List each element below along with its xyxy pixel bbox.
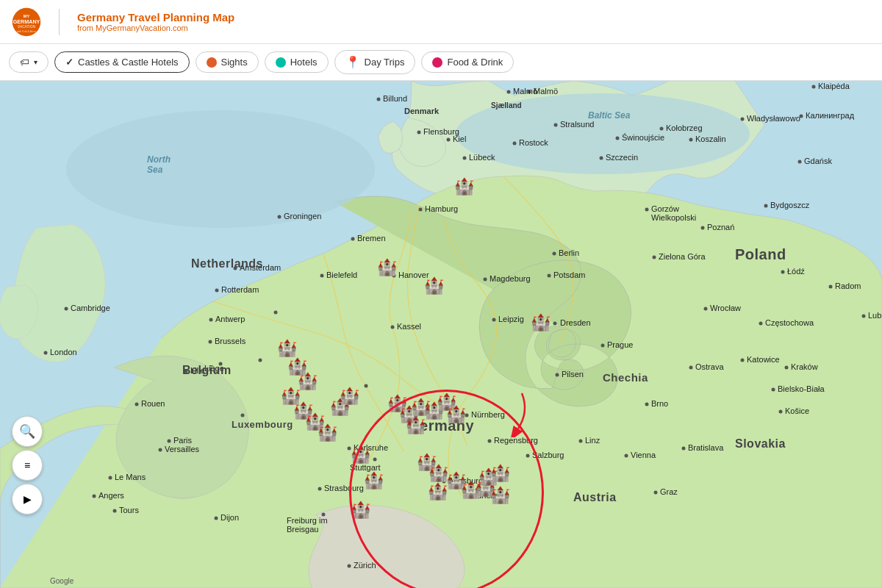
city-dot-freiburg bbox=[322, 513, 326, 517]
city-dot-salzburg bbox=[526, 454, 530, 458]
castle-marker-24[interactable]: 🏰 bbox=[429, 464, 448, 483]
castle-marker-31[interactable]: 🏰 bbox=[490, 464, 510, 483]
hotels-dot-icon bbox=[276, 57, 286, 68]
filter-castles-button[interactable]: ✓ Castles & Castle Hotels bbox=[54, 51, 190, 73]
logo-area: MY GERMANY VACATION with Erik & Arion Ge… bbox=[12, 7, 234, 37]
city-dot-liege bbox=[219, 362, 223, 366]
city-dot-lille bbox=[184, 370, 188, 373]
city-dot-lodz bbox=[781, 270, 785, 274]
city-dot-regensburg bbox=[488, 440, 492, 443]
city-dot-czestochowa bbox=[759, 322, 763, 326]
navigate-control-button[interactable]: ▶ bbox=[12, 484, 43, 514]
city-dot-Bremen bbox=[351, 237, 355, 241]
city-dot-pilsen bbox=[556, 373, 559, 377]
filter-sights-button[interactable]: Sights bbox=[196, 51, 259, 73]
city-dot-kolobrzeg bbox=[660, 127, 664, 131]
header: MY GERMANY VACATION with Erik & Arion Ge… bbox=[0, 0, 882, 44]
city-dot-radom bbox=[829, 285, 833, 289]
castle-marker-4[interactable]: 🏰 bbox=[277, 339, 297, 358]
city-dot-hamburg bbox=[419, 208, 423, 212]
castle-marker-12[interactable]: 🏰 bbox=[340, 387, 359, 406]
svg-text:GERMANY: GERMANY bbox=[13, 18, 40, 24]
city-dot-leipzig bbox=[492, 318, 496, 322]
city-dot-frankfurt bbox=[365, 384, 368, 388]
castle-marker-20[interactable]: 🏰 bbox=[351, 445, 370, 465]
sights-label: Sights bbox=[221, 57, 248, 68]
castles-label: Castles & Castle Hotels bbox=[78, 57, 179, 68]
map-subtitle: from MyGermanyVacation.com bbox=[77, 24, 234, 32]
hotels-label: Hotels bbox=[290, 57, 318, 68]
city-dot-swinoujscie bbox=[616, 137, 620, 140]
layers-control-button[interactable]: ≡ bbox=[12, 450, 43, 481]
city-dot-stralsund bbox=[554, 123, 558, 127]
city-dot-rostock bbox=[513, 142, 517, 146]
svg-point-6 bbox=[456, 93, 750, 174]
castle-marker-32[interactable]: 🏰 bbox=[531, 313, 551, 332]
search-control-button[interactable]: 🔍 bbox=[12, 416, 43, 447]
city-dot-cambridge bbox=[65, 307, 68, 311]
castle-marker-10[interactable]: 🏰 bbox=[318, 423, 337, 442]
filter-tag-button[interactable]: 🏷 ▾ bbox=[9, 51, 49, 73]
castle-marker-19[interactable]: 🏰 bbox=[446, 405, 466, 424]
city-dot-dijon bbox=[215, 517, 218, 520]
city-dot-brno bbox=[645, 403, 649, 406]
city-dot-linz bbox=[579, 440, 583, 443]
city-dot-billund bbox=[377, 98, 381, 101]
title-area: Germany Travel Planning Map from MyGerma… bbox=[77, 11, 234, 32]
city-dot-malmo2 bbox=[507, 90, 511, 94]
castle-marker-26[interactable]: 🏰 bbox=[428, 482, 448, 501]
castle-marker-1[interactable]: 🏰 bbox=[454, 177, 474, 196]
castle-marker-22[interactable]: 🏰 bbox=[351, 501, 370, 520]
city-dot-krakow bbox=[785, 366, 789, 370]
city-dot-szczecin bbox=[600, 157, 603, 160]
city-dot-berlin bbox=[553, 252, 556, 256]
city-dot-strasbourg bbox=[318, 487, 322, 491]
city-dot-malmo bbox=[528, 90, 531, 94]
castle-marker-6[interactable]: 🏰 bbox=[298, 372, 318, 391]
city-dot-bratislava bbox=[682, 447, 686, 451]
city-dot-lubeck bbox=[463, 157, 467, 160]
city-dot-bydgoszcz bbox=[764, 204, 768, 208]
city-dot-amsterdam bbox=[234, 267, 237, 270]
castle-marker-2[interactable]: 🏰 bbox=[377, 258, 397, 277]
svg-point-7 bbox=[66, 110, 375, 228]
city-dot-luxembourg bbox=[241, 414, 245, 417]
food-dot-icon bbox=[432, 57, 442, 68]
city-dot-wroclaw bbox=[704, 307, 708, 311]
city-dot-ostrava bbox=[689, 366, 693, 370]
filter-daytrips-button[interactable]: 📍 Day Trips bbox=[334, 50, 416, 74]
city-dot-gdansk bbox=[798, 160, 802, 164]
filter-food-button[interactable]: Food & Drink bbox=[421, 51, 514, 73]
city-dot-groningen bbox=[278, 215, 282, 219]
map-title: Germany Travel Planning Map bbox=[77, 11, 234, 24]
google-watermark: Google bbox=[50, 577, 74, 585]
city-dot-stuttgart bbox=[373, 458, 377, 462]
city-dot-kiel bbox=[447, 138, 451, 142]
city-dot-dortmund bbox=[274, 311, 278, 315]
city-dot-bielefeld bbox=[320, 274, 324, 278]
city-dot-zurich bbox=[348, 564, 351, 568]
city-dot-graz bbox=[654, 491, 658, 495]
svg-text:with Erik & Arion: with Erik & Arion bbox=[17, 30, 36, 33]
city-dot-versailles bbox=[159, 448, 162, 452]
city-dot-kaliningrad bbox=[800, 115, 803, 118]
city-dot-flensburg bbox=[417, 131, 421, 135]
city-dot-gorzow bbox=[645, 208, 649, 212]
city-dot-wladyslawowo bbox=[741, 118, 745, 121]
filter-hotels-button[interactable]: Hotels bbox=[265, 51, 329, 73]
logo-icon: MY GERMANY VACATION with Erik & Arion bbox=[12, 7, 41, 37]
castle-marker-29[interactable]: 🏰 bbox=[490, 486, 510, 505]
city-dot-rouen bbox=[135, 403, 139, 406]
search-icon: 🔍 bbox=[19, 423, 35, 440]
castle-marker-3[interactable]: 🏰 bbox=[424, 276, 444, 295]
city-dot-london bbox=[44, 351, 48, 355]
daytrips-label: Day Trips bbox=[365, 57, 405, 68]
castle-marker-21[interactable]: 🏰 bbox=[364, 471, 384, 490]
layers-icon: ≡ bbox=[24, 459, 30, 471]
svg-text:VACATION: VACATION bbox=[18, 25, 35, 29]
tag-chevron: ▾ bbox=[34, 58, 37, 66]
food-label: Food & Drink bbox=[447, 57, 503, 68]
map-container[interactable]: Hamburg Berlin München Dresden Leipzig H… bbox=[0, 81, 882, 588]
city-dot-antwerp bbox=[209, 318, 213, 322]
castle-marker-16[interactable]: 🏰 bbox=[406, 416, 426, 435]
